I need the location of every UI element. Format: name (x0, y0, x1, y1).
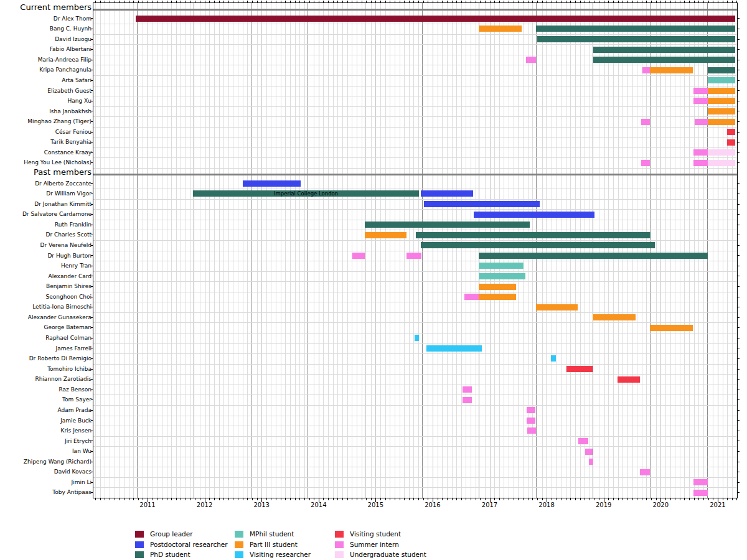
member-label: Alexander Card (49, 271, 92, 282)
x-tick-minor (247, 498, 248, 500)
x-tick-top (433, 1, 433, 2)
gantt-bar-postdoc (243, 180, 301, 187)
x-tick-minor (456, 498, 457, 500)
x-tick-top (190, 1, 191, 2)
x-tick-minor (124, 498, 125, 500)
row-gridline (93, 209, 737, 210)
x-tick-top (523, 1, 524, 2)
gantt-bar-part3 (708, 108, 735, 114)
x-tick-minor (637, 498, 637, 500)
member-label: David Izuogu (55, 34, 92, 45)
gantt-bar-summer_intern (641, 160, 650, 166)
x-tick-top (703, 1, 704, 2)
x-tick-minor (642, 498, 642, 500)
gantt-bar-phd (479, 253, 708, 259)
x-tick-minor (504, 498, 504, 500)
x-tick-top (727, 1, 728, 2)
x-tick-minor (129, 498, 129, 500)
gantt-bar-visiting_student (566, 366, 593, 372)
x-tick-top (133, 1, 134, 2)
gantt-bar-summer_intern (589, 459, 593, 465)
member-label: Maria-Andreea Filip (38, 55, 92, 65)
x-tick-top (613, 1, 614, 2)
gantt-bar-visiting_student (727, 129, 735, 135)
member-label: Ian Wu (72, 446, 92, 457)
bottom-spine (93, 498, 738, 498)
x-tick-top (456, 1, 457, 2)
x-tick-top (309, 1, 310, 2)
x-tick-minor (651, 498, 652, 500)
gantt-bar-part3 (708, 98, 735, 104)
x-tick-top (494, 1, 495, 2)
x-tick-minor (613, 498, 614, 500)
x-tick-top (295, 1, 296, 2)
x-tick-top (95, 1, 96, 2)
x-tick-top (233, 1, 233, 2)
x-tick-minor (357, 498, 357, 500)
x-tick-minor (413, 498, 414, 500)
x-tick-top (675, 1, 675, 2)
row-gridline (93, 157, 737, 158)
section-divider-line (93, 9, 737, 11)
x-tick-minor (285, 498, 286, 500)
row-gridline (93, 65, 737, 65)
top-spine (93, 2, 738, 3)
x-tick-minor (157, 498, 157, 500)
x-tick-minor (694, 498, 695, 500)
member-label: Heng You Lee (Nicholas) (24, 157, 92, 168)
x-tick-top (162, 1, 162, 2)
x-tick-top (490, 1, 491, 2)
x-tick-top (271, 1, 271, 2)
x-tick-top (119, 1, 120, 2)
x-tick-top (409, 1, 410, 2)
x-tick-top (171, 1, 172, 2)
x-tick-minor (452, 498, 453, 500)
x-tick-top (590, 1, 590, 2)
x-tick-minor (214, 498, 215, 500)
row-gridline (93, 353, 737, 354)
x-tick-minor (532, 498, 533, 500)
x-tick-top (532, 1, 533, 2)
member-label: David Kovacs (54, 467, 92, 477)
x-tick-minor (494, 498, 495, 500)
x-tick-top (347, 1, 348, 2)
x-tick-top (333, 1, 334, 2)
x-tick-label: 2013 (243, 502, 280, 508)
x-tick-top (281, 1, 281, 2)
x-tick-top (219, 1, 220, 2)
legend-swatch-mphil (235, 531, 243, 538)
x-tick-minor (684, 498, 685, 500)
row-gridline (93, 477, 737, 478)
x-tick-label: 2015 (357, 502, 394, 508)
legend-label-group_leader: Group leader (150, 531, 193, 538)
member-label: Tarik Benyahia (50, 137, 92, 147)
x-tick-top (713, 1, 713, 2)
x-tick-minor (362, 498, 362, 500)
x-tick-top (552, 1, 552, 2)
gantt-bar-mphil (479, 263, 524, 269)
x-tick-top (100, 1, 101, 2)
x-tick-top (252, 1, 253, 2)
x-tick-top (736, 1, 737, 2)
row-gridline (93, 220, 737, 220)
gantt-bar-part3 (708, 88, 735, 94)
x-tick-minor (395, 498, 395, 500)
x-tick-minor (528, 498, 529, 500)
legend-swatch-summer_intern (335, 541, 344, 548)
x-tick-top (509, 1, 509, 2)
x-tick-top (452, 1, 453, 2)
gantt-bar-summer_intern (640, 469, 650, 475)
x-tick-top (153, 1, 153, 2)
x-tick-top (608, 1, 609, 2)
gantt-bar-summer_intern (464, 294, 479, 300)
x-tick-top (632, 1, 633, 2)
member-label: Bang C. Huynh (50, 24, 92, 34)
row-gridline (93, 147, 737, 148)
x-tick-top (537, 1, 538, 2)
x-tick-top (680, 1, 680, 2)
x-tick-top (556, 1, 557, 2)
x-tick-minor (542, 498, 543, 500)
legend-label-visiting_researcher: Visiting researcher (250, 551, 311, 558)
member-label: Dr Charles Scott (45, 230, 92, 240)
x-tick-minor (186, 498, 186, 500)
